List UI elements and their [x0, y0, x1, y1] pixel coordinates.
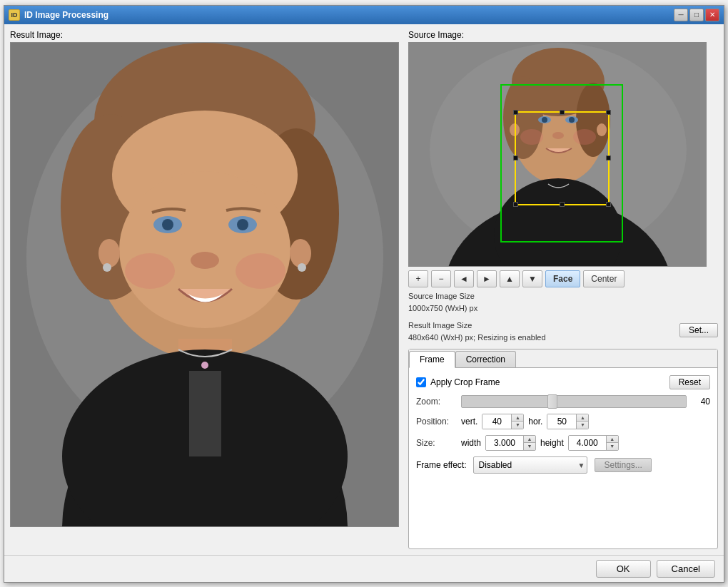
- zoom-slider[interactable]: [461, 395, 687, 408]
- svg-point-32: [542, 117, 547, 123]
- vert-up-button[interactable]: ▲: [512, 414, 523, 422]
- source-image-svg: [409, 43, 707, 267]
- svg-point-13: [191, 252, 219, 269]
- svg-point-8: [119, 171, 290, 328]
- svg-point-10: [162, 219, 173, 230]
- maximize-button[interactable]: □: [689, 9, 704, 21]
- settings-button[interactable]: Settings...: [595, 458, 651, 472]
- frame-effect-row: Frame effect: Disabled Shadow Border Vig…: [416, 456, 710, 474]
- vert-down-button[interactable]: ▼: [512, 422, 523, 429]
- vert-spinbox-buttons: ▲ ▼: [511, 414, 523, 429]
- center-button[interactable]: Center: [583, 270, 625, 287]
- height-input[interactable]: [569, 436, 606, 450]
- svg-point-21: [290, 239, 311, 267]
- tab-correction[interactable]: Correction: [455, 351, 516, 367]
- source-size-value: 1000x750 (WxH) px: [408, 302, 718, 315]
- close-button[interactable]: ✕: [705, 9, 719, 21]
- position-group: vert. ▲ ▼ hor.: [461, 414, 589, 429]
- width-spinbox: ▲ ▼: [485, 435, 536, 451]
- move-left-button[interactable]: ◄: [454, 270, 474, 287]
- hor-up-button[interactable]: ▲: [577, 414, 588, 422]
- width-input[interactable]: [486, 436, 523, 450]
- apply-crop-checkbox[interactable]: [416, 377, 426, 387]
- cancel-button[interactable]: Cancel: [657, 560, 715, 578]
- svg-point-23: [298, 263, 306, 272]
- height-spinbox-buttons: ▲ ▼: [606, 436, 618, 450]
- zoom-slider-container: 40: [461, 395, 710, 408]
- vert-input[interactable]: [482, 414, 511, 429]
- frame-effect-label: Frame effect:: [416, 460, 466, 470]
- zoom-value: 40: [692, 397, 710, 407]
- app-icon: ID: [9, 9, 20, 21]
- height-label: height: [540, 438, 564, 448]
- window-title: ID Image Processing: [24, 10, 108, 20]
- window-controls: ─ □ ✕: [674, 9, 719, 21]
- zoom-out-button[interactable]: −: [431, 270, 451, 287]
- svg-point-19: [201, 362, 208, 369]
- main-content: Result Image:: [4, 24, 724, 555]
- tab-container: Frame Correction Apply Crop Frame Reset …: [408, 349, 718, 549]
- height-spinbox: ▲ ▼: [568, 435, 619, 451]
- svg-rect-18: [189, 371, 221, 456]
- size-label: Size:: [416, 438, 455, 448]
- image-controls-row: + − ◄ ► ▲ ▼ Face Center: [408, 270, 718, 287]
- size-row: Size: width ▲ ▼ height: [416, 435, 710, 451]
- height-down-button[interactable]: ▼: [607, 443, 618, 450]
- source-image-box[interactable]: [408, 42, 707, 267]
- width-down-button[interactable]: ▼: [524, 443, 535, 450]
- hor-down-button[interactable]: ▼: [577, 422, 588, 429]
- ok-button[interactable]: OK: [596, 560, 651, 578]
- vert-label: vert.: [461, 417, 477, 427]
- svg-point-30: [576, 83, 610, 157]
- position-row: Position: vert. ▲ ▼ hor.: [416, 414, 710, 429]
- frame-effect-select-wrapper: Disabled Shadow Border Vignette ▼: [473, 456, 587, 474]
- source-image-label: Source Image:: [408, 30, 718, 40]
- bottom-bar: OK Cancel: [4, 555, 724, 582]
- zoom-in-button[interactable]: +: [408, 270, 428, 287]
- svg-point-40: [510, 123, 520, 136]
- svg-point-35: [552, 132, 564, 139]
- result-image-box: [10, 42, 399, 527]
- tab-header: Frame Correction: [409, 349, 717, 368]
- width-up-button[interactable]: ▲: [524, 436, 535, 443]
- result-image-label: Result Image:: [10, 30, 403, 40]
- svg-point-36: [520, 129, 543, 145]
- apply-crop-row: Apply Crop Frame Reset: [416, 375, 710, 389]
- vert-spinbox: ▲ ▼: [482, 414, 524, 429]
- svg-point-29: [503, 76, 543, 159]
- reset-button[interactable]: Reset: [669, 375, 710, 389]
- position-label: Position:: [416, 417, 455, 427]
- title-bar: ID ID Image Processing ─ □ ✕: [4, 6, 724, 24]
- move-right-button[interactable]: ►: [477, 270, 497, 287]
- height-up-button[interactable]: ▲: [607, 436, 618, 443]
- move-up-button[interactable]: ▲: [500, 270, 520, 287]
- svg-point-41: [597, 123, 607, 136]
- tab-frame[interactable]: Frame: [409, 351, 455, 368]
- source-size-label: Source Image Size: [408, 290, 718, 303]
- result-image-svg: [11, 43, 399, 527]
- set-button[interactable]: Set...: [679, 323, 718, 337]
- move-down-button[interactable]: ▼: [522, 270, 542, 287]
- zoom-row: Zoom: 40: [416, 395, 710, 408]
- face-button[interactable]: Face: [545, 270, 580, 287]
- hor-label: hor.: [528, 417, 542, 427]
- svg-point-15: [236, 253, 285, 289]
- result-size-info: Result Image Size 480x640 (WxH) px; Resi…: [408, 320, 546, 344]
- svg-point-22: [103, 263, 111, 272]
- svg-point-34: [569, 117, 575, 123]
- tab-frame-content: Apply Crop Frame Reset Zoom: 40 Position…: [409, 368, 717, 481]
- width-spinbox-buttons: ▲ ▼: [523, 436, 535, 450]
- frame-effect-select[interactable]: Disabled Shadow Border Vignette: [473, 456, 587, 474]
- hor-input[interactable]: [547, 414, 576, 429]
- hor-spinbox-buttons: ▲ ▼: [576, 414, 588, 429]
- svg-point-20: [98, 239, 120, 267]
- result-size-value: 480x640 (WxH) px; Resizing is enabled: [408, 332, 546, 344]
- hor-spinbox: ▲ ▼: [547, 414, 589, 429]
- svg-point-12: [237, 219, 248, 230]
- minimize-button[interactable]: ─: [674, 9, 688, 21]
- right-panel: Source Image:: [408, 30, 718, 549]
- main-window: ID ID Image Processing ─ □ ✕ Result Imag…: [4, 5, 724, 583]
- title-bar-left: ID ID Image Processing: [9, 9, 108, 21]
- svg-point-37: [573, 129, 596, 145]
- width-label: width: [461, 438, 481, 448]
